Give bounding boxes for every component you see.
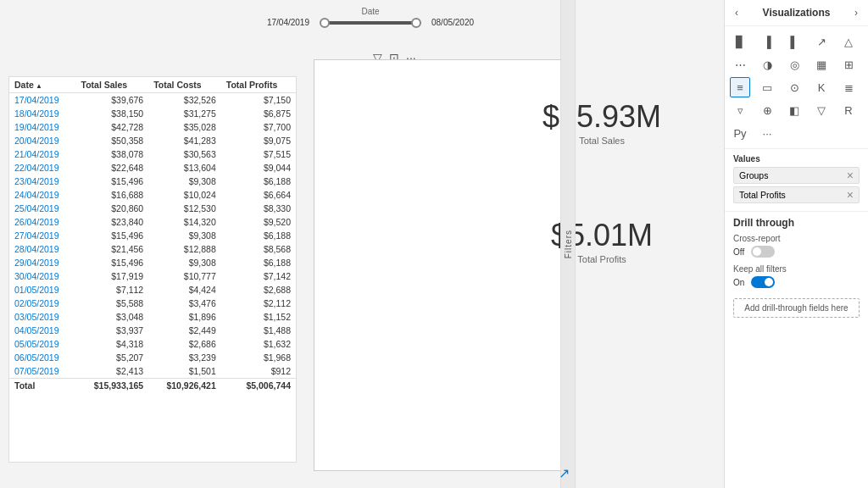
keep-filters-section: Keep all filters On [733, 264, 860, 288]
num-cell: $35,028 [148, 120, 221, 134]
panel-next-btn[interactable]: › [853, 7, 860, 19]
num-cell: $12,888 [148, 242, 221, 256]
num-cell: $14,320 [148, 215, 221, 229]
scatter-icon[interactable]: ⋯ [730, 54, 750, 75]
treemap-icon[interactable]: ▦ [811, 54, 832, 75]
num-cell: $9,308 [148, 175, 221, 188]
pie-chart-icon[interactable]: ◑ [757, 54, 777, 75]
num-cell: $912 [221, 364, 296, 379]
date-cell: 02/05/2019 [9, 297, 76, 310]
num-cell: $8,568 [221, 242, 296, 256]
r-visual-icon[interactable]: R [838, 100, 859, 120]
date-cell: 06/05/2019 [9, 351, 76, 364]
date-cell: 23/04/2019 [9, 175, 76, 188]
line-chart-icon[interactable]: ↗ [811, 31, 832, 52]
panel-prev-btn[interactable]: ‹ [733, 7, 740, 19]
filled-map-icon[interactable]: ◧ [784, 100, 804, 120]
keep-filters-toggle[interactable] [751, 276, 775, 288]
drill-section: Drill through Cross-report Off Keep all … [725, 211, 868, 323]
num-cell: $30,563 [148, 147, 221, 161]
num-cell: $41,283 [148, 134, 221, 147]
num-cell: $13,604 [148, 161, 221, 175]
nav-arrow-icon[interactable]: ↗ [559, 466, 570, 480]
col-total-costs[interactable]: Total Costs [148, 77, 221, 93]
kpi-icon[interactable]: K [811, 77, 832, 97]
area-chart-icon[interactable]: △ [838, 31, 859, 52]
date-cell: 29/04/2019 [9, 256, 76, 269]
slider-left-thumb[interactable] [320, 18, 330, 28]
num-cell: $1,488 [221, 324, 296, 337]
card-icon[interactable]: ▭ [757, 77, 777, 97]
table-row[interactable]: 07/05/2019$2,413$1,501$912 [9, 364, 296, 379]
keep-filters-toggle-label: On [733, 278, 744, 287]
num-cell: $6,188 [221, 256, 296, 269]
num-cell: $3,048 [76, 310, 149, 324]
num-cell: $10,024 [148, 188, 221, 202]
num-cell: $42,728 [76, 120, 149, 134]
table-row[interactable]: 19/04/2019$42,728$35,028$7,700 [9, 120, 296, 134]
main-content: Date Total Sales Total Costs Total Profi… [0, 0, 724, 488]
profits-field-remove[interactable]: × [847, 189, 854, 201]
num-cell: $3,937 [76, 324, 149, 337]
table-row[interactable]: 30/04/2019$17,919$10,777$7,142 [9, 269, 296, 283]
table-row[interactable]: 01/05/2019$7,112$4,424$2,688 [9, 283, 296, 297]
table-row[interactable]: 29/04/2019$15,496$9,308$6,188 [9, 256, 296, 269]
col-date[interactable]: Date [9, 77, 76, 93]
table-row[interactable]: 05/05/2019$4,318$2,686$1,632 [9, 337, 296, 351]
bar-chart-icon[interactable]: ▊ [730, 31, 750, 52]
table-icon[interactable]: ≡ [730, 77, 750, 97]
table-row[interactable]: 17/04/2019$39,676$32,526$7,150 [9, 93, 296, 108]
num-cell: $1,968 [221, 351, 296, 364]
table-row[interactable]: 25/04/2019$20,860$12,530$8,330 [9, 202, 296, 215]
bottom-nav[interactable]: ↗ [559, 465, 570, 481]
num-cell: $4,318 [76, 337, 149, 351]
filters-tab-label: Filters [564, 230, 573, 258]
date-cell: 27/04/2019 [9, 229, 76, 242]
num-cell: $16,688 [76, 188, 149, 202]
table-row[interactable]: 20/04/2019$50,358$41,283$9,075 [9, 134, 296, 147]
table-row[interactable]: 06/05/2019$5,207$3,239$1,968 [9, 351, 296, 364]
groups-field-remove[interactable]: × [847, 169, 854, 181]
multi-row-icon[interactable]: ≣ [838, 77, 859, 97]
table-row[interactable]: 02/05/2019$5,588$3,476$2,112 [9, 297, 296, 310]
num-cell: $38,078 [76, 147, 149, 161]
stacked-bar-icon[interactable]: ▐ [757, 31, 777, 52]
table-row[interactable]: 04/05/2019$3,937$2,449$1,488 [9, 324, 296, 337]
col-total-sales[interactable]: Total Sales [76, 77, 149, 93]
more-visuals-icon[interactable]: ··· [757, 123, 777, 143]
num-cell: $1,152 [221, 310, 296, 324]
data-table: Date Total Sales Total Costs Total Profi… [9, 77, 296, 392]
table-row[interactable]: 27/04/2019$15,496$9,308$6,188 [9, 229, 296, 242]
date-slider[interactable] [320, 21, 421, 25]
percent-bar-icon[interactable]: ▌ [784, 31, 804, 52]
table-row[interactable]: 26/04/2019$23,840$14,320$9,520 [9, 215, 296, 229]
table-row[interactable]: 28/04/2019$21,456$12,888$8,568 [9, 242, 296, 256]
table-row[interactable]: 03/05/2019$3,048$1,896$1,152 [9, 310, 296, 324]
funnel-icon[interactable]: ▽ [811, 100, 832, 120]
matrix-icon[interactable]: ⊞ [838, 54, 859, 75]
donut-icon[interactable]: ◎ [784, 54, 804, 75]
table-row[interactable]: 23/04/2019$15,496$9,308$6,188 [9, 175, 296, 188]
slider-right-thumb[interactable] [411, 18, 421, 28]
total-value: $5,006,744 [221, 379, 296, 393]
table-row[interactable]: 24/04/2019$16,688$10,024$6,664 [9, 188, 296, 202]
viz-icons-grid: ▊▐▌↗△⋯◑◎▦⊞≡▭⊙K≣▿⊕◧▽RPy··· [725, 26, 868, 148]
num-cell: $22,648 [76, 161, 149, 175]
gauge-icon[interactable]: ⊙ [784, 77, 804, 97]
num-cell: $50,358 [76, 134, 149, 147]
python-icon[interactable]: Py [730, 123, 750, 143]
map-icon[interactable]: ⊕ [757, 100, 777, 120]
table-row[interactable]: 22/04/2019$22,648$13,604$9,044 [9, 161, 296, 175]
table-row[interactable]: 21/04/2019$38,078$30,563$7,515 [9, 147, 296, 161]
filters-tab[interactable]: Filters [560, 0, 576, 488]
num-cell: $6,875 [221, 107, 296, 120]
drill-add-button[interactable]: Add drill-through fields here [733, 298, 860, 318]
table-scroll[interactable]: Date Total Sales Total Costs Total Profi… [9, 77, 296, 392]
num-cell: $23,840 [76, 215, 149, 229]
date-filter: Date 17/04/2019 08/05/2020 [331, 7, 410, 27]
col-total-profits[interactable]: Total Profits [221, 77, 296, 93]
cross-report-toggle[interactable] [751, 246, 775, 258]
table-row[interactable]: 18/04/2019$38,150$31,275$6,875 [9, 107, 296, 120]
num-cell: $1,632 [221, 337, 296, 351]
slicer-icon[interactable]: ▿ [730, 100, 750, 120]
